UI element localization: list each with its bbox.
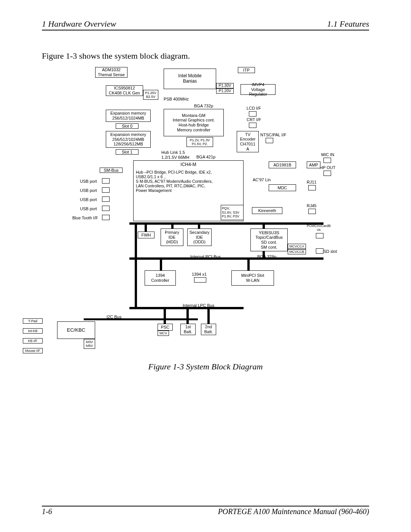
port-sdslot <box>316 248 323 254</box>
port-pcmcia <box>316 233 323 238</box>
page-footer: 1-6 PORTEGE A100 Maintenance Manual (960… <box>42 506 369 516</box>
port-mic <box>323 158 331 163</box>
blk-imvp: IMVP4 Voltage Regulator <box>241 84 276 95</box>
lbl-pcibus: Internal PCI Bus <box>190 254 221 259</box>
blk-smbus: SM-Bus <box>100 168 123 173</box>
lbl-lpcbus: Internal LPC Bus <box>183 303 214 308</box>
blk-ics-v: P1.25V B2.5V <box>143 90 158 100</box>
lbl-1394x1: 1394 x1 <box>192 272 207 277</box>
stub-1394 <box>160 260 162 271</box>
blk-cpu: Intel Mobile Banias <box>164 69 216 89</box>
blk-eckbc: EC/KBC <box>57 321 95 339</box>
blk-pide: Primary IDE (HDD) <box>161 228 183 246</box>
blk-exp1: Expansion memory 256/512/1024MB 128/256/… <box>106 131 151 148</box>
blk-tv: TV Encoder CH7011 A <box>237 131 259 152</box>
stub-bat1 <box>186 309 189 324</box>
blk-adm1032: ADM1032 Themal Sense <box>95 67 127 78</box>
lbl-rj45: RJ45 <box>307 203 317 208</box>
lbl-p130: P1.30V <box>216 83 234 88</box>
lbl-i2c: I2C Bus <box>107 315 121 320</box>
lbl-bga421: BGA 421p <box>196 155 215 160</box>
blk-slot0: Slot 0 <box>116 123 139 129</box>
lbl-bga732: BGA 732p <box>194 104 213 109</box>
blk-side: Secandary IDE (ODD) <box>187 228 212 246</box>
lbl-psb: PSB 400MHz <box>164 97 189 102</box>
usb1: USB port <box>80 179 97 184</box>
stub-fwh <box>145 225 147 232</box>
port-ntsc <box>266 138 273 143</box>
block-diagram: ADM1032 Themal Sense ITP Intel Mobile Ba… <box>19 67 346 356</box>
usb2: USB port <box>80 188 97 193</box>
page-header: 1 Hardware Overview 1.1 Features <box>42 19 369 30</box>
stub-bat2 <box>207 309 210 324</box>
blk-bat1: 1st Batt. <box>180 324 196 335</box>
lbl-lcd: LCD I/F <box>247 106 261 111</box>
lbl-hp: HP OUT <box>320 165 335 170</box>
blk-mdc: MDC <box>269 184 296 191</box>
lbl-ntsc: NTSC/PAL I/F <box>260 133 286 137</box>
blk-itp: ITP <box>238 67 255 73</box>
blk-gmch-v: P1.2V, P1.3V P1.5V, P2. <box>186 137 213 147</box>
port-usb3 <box>102 197 110 202</box>
footer-left: 1-6 <box>42 507 52 516</box>
blk-yeb: YEBISU3S Topic/CardBus SD cont. SM cont. <box>250 228 288 251</box>
blk-psc: PSC <box>158 324 173 331</box>
port-rj11 <box>308 185 316 190</box>
port-usb2 <box>102 187 110 193</box>
port-crt <box>249 123 256 128</box>
lbl-mic: MIC IN <box>321 152 334 157</box>
port-hp <box>323 171 331 176</box>
blk-ec-v: M3V M5V <box>84 339 95 349</box>
blk-mini: MiniPCI Slot W-LAN <box>231 270 274 286</box>
stub-mini <box>247 260 250 271</box>
lbl-ich-det: Hub –PCI Bridge, PCI-LPC Bridge, IDE x2,… <box>136 170 213 193</box>
figure-caption: Figure 1-3 System Block Diagram <box>42 362 369 372</box>
header-right: 1.1 Features <box>327 19 369 29</box>
lbl-hub: Hub Link 1.5 1.2/1.5V 66MH <box>161 150 189 160</box>
blk-psc-v: MCV <box>158 331 169 336</box>
blk-mcvcca: MCVCCA <box>288 244 306 249</box>
lbl-bt: Blue Tooth I/F <box>72 216 98 220</box>
blk-kin: Kinnereth <box>252 207 282 214</box>
footer-right: PORTEGE A100 Maintenance Manual (960-460… <box>218 507 369 516</box>
blk-bat2: 2nd Batt. <box>201 324 216 335</box>
blk-exp0: Expansion memory 256/512/1024MB <box>106 110 151 122</box>
blk-ad1981: AD1981B <box>269 161 296 168</box>
blk-fwh: FWH <box>138 232 155 238</box>
usb4: USB port <box>80 206 97 211</box>
intro-text: Figure 1-3 shows the system block diagra… <box>42 51 369 61</box>
usb3: USB port <box>80 197 97 202</box>
blk-mouse: Mouse I/F <box>23 348 43 353</box>
blk-tpad: T-Pad <box>23 318 43 324</box>
bus-pci <box>129 257 323 260</box>
lbl-crt: CRT I/F <box>247 117 261 122</box>
port-bt <box>102 215 110 220</box>
lbl-pcmcia: PCMCIA/CardB us <box>307 224 331 232</box>
blk-amp: AMP <box>307 161 320 168</box>
stub-lpc <box>135 222 137 309</box>
header-left: 1 Hardware Overview <box>42 19 116 29</box>
blk-ics: ICS950812 CK408 CLK Gen <box>106 85 143 96</box>
blk-ich-v: PQV, S1.8V, S3V P1.8V, P3V <box>221 205 244 220</box>
lbl-ac97: AC'97 Lin <box>253 177 271 182</box>
lbl-ich: ICH4-M <box>180 162 196 168</box>
stub-psc <box>164 309 166 324</box>
blk-gmch: Montara-GM Internal Graphics cont. Host-… <box>164 109 224 136</box>
lbl-sdslot: SD slot <box>323 249 337 254</box>
blk-slot1: Slot 1 <box>116 149 139 155</box>
port-rj45 <box>308 209 316 214</box>
port-1394 <box>194 277 206 283</box>
lbl-p120: P1.20V <box>216 88 234 94</box>
port-usb4 <box>102 206 110 211</box>
lbl-bga328: BGA 328p <box>257 254 276 259</box>
blk-1394: 1394 Controller <box>145 270 176 286</box>
blk-intkb: Int-KB <box>23 328 43 334</box>
port-lcd <box>249 111 256 117</box>
bus-i2c <box>84 318 198 320</box>
lbl-rj11: RJ11 <box>307 180 317 185</box>
blk-mcvccb: MCVCCB <box>288 249 306 254</box>
bus-pci-top <box>129 222 323 225</box>
port-usb1 <box>102 178 110 184</box>
blk-kbif: KB I/F <box>23 338 43 343</box>
